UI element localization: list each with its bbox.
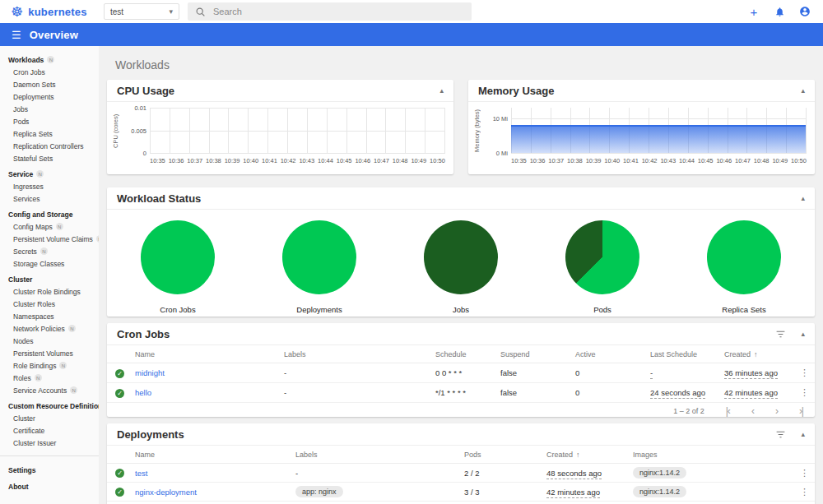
sidebar-item[interactable] — [0, 455, 99, 456]
pie-chart[interactable] — [424, 220, 498, 294]
collapse-icon[interactable]: ▴ — [801, 86, 805, 95]
sidebar-item[interactable]: Stateful Sets — [0, 152, 99, 164]
column-header-pods: Pods — [464, 451, 546, 459]
brand-logo[interactable]: ☸ kubernetes — [0, 5, 99, 19]
sidebar-item[interactable]: Replication Controllers — [0, 140, 99, 152]
sidebar-item-label: Certificate — [13, 427, 44, 435]
column-header-schedule: Schedule — [435, 350, 500, 358]
sidebar-item[interactable]: Storage Classes — [0, 257, 99, 270]
header-actions: + — [747, 5, 823, 18]
search-input[interactable] — [213, 7, 464, 16]
resource-name-link[interactable]: test — [135, 469, 295, 478]
namespaced-badge: N — [68, 325, 76, 332]
usage-charts-row: CPU Usage ▴ CPU (cores) 0.010.0050 10:35… — [107, 80, 815, 174]
workload-status-body: Cron Jobs Deployments Jobs Pods — [107, 210, 815, 314]
sidebar-item[interactable]: Replica Sets — [0, 127, 99, 140]
sidebar-item[interactable]: Services — [0, 192, 99, 205]
sidebar-item[interactable]: Cluster Role Bindings — [0, 285, 99, 298]
collapse-icon[interactable]: ▴ — [801, 430, 805, 438]
column-header-created[interactable]: Created ↑ — [546, 451, 633, 459]
last-page-button[interactable]: ›| — [799, 406, 803, 416]
sidebar-item[interactable]: Settings — [0, 462, 99, 479]
memory-plot-area[interactable] — [511, 108, 807, 154]
card-title: CPU Usage — [117, 85, 174, 97]
create-resource-button[interactable]: + — [747, 5, 760, 18]
sidebar-item[interactable]: Jobs — [0, 103, 99, 115]
pie-chart[interactable] — [141, 220, 215, 294]
sidebar-item[interactable]: Daemon Sets — [0, 78, 99, 90]
x-tick-label: 10:42 — [642, 157, 658, 164]
account-button[interactable] — [798, 5, 811, 18]
row-menu-button[interactable]: ⋮ — [800, 487, 809, 497]
sidebar-item[interactable]: Persistent Volume Claims N — [0, 233, 99, 245]
sidebar-item[interactable]: Namespaces — [0, 310, 99, 322]
column-header-created[interactable]: Created ↑ — [724, 350, 800, 358]
pie-chart[interactable] — [707, 220, 781, 294]
resource-name-link[interactable]: hello — [135, 388, 284, 397]
first-page-button[interactable]: |‹ — [726, 406, 730, 416]
sidebar-item[interactable]: Workloads N — [0, 53, 99, 66]
namespace-select[interactable]: test ▾ — [104, 3, 179, 20]
sidebar-item[interactable]: Nodes — [0, 335, 99, 347]
pie-chart[interactable] — [282, 220, 356, 294]
previous-page-button[interactable]: ‹ — [751, 406, 754, 416]
collapse-icon[interactable]: ▴ — [439, 86, 444, 95]
x-tick-label: 10:40 — [604, 157, 620, 164]
sidebar-item[interactable]: Cron Jobs — [0, 66, 99, 78]
sidebar-item[interactable]: Custom Resource Definitions — [0, 400, 99, 412]
sidebar-item-label: Stateful Sets — [13, 155, 53, 163]
sidebar-item[interactable]: About — [0, 479, 99, 495]
sidebar-item[interactable]: Deployments — [0, 90, 99, 103]
namespaced-badge: N — [59, 362, 67, 369]
search-bar[interactable] — [188, 2, 472, 21]
sidebar-item[interactable]: Cluster Issuer — [0, 437, 99, 449]
sidebar-item-label: Custom Resource Definitions — [8, 402, 99, 410]
sidebar-item[interactable]: Pods — [0, 115, 99, 127]
deployments-header: Deployments ▴ — [107, 423, 815, 446]
collapse-icon[interactable]: ▴ — [801, 194, 805, 202]
sidebar-item[interactable]: Cluster — [0, 273, 99, 285]
filter-icon[interactable] — [775, 430, 786, 439]
x-axis-ticks: 10:3510:3610:3710:3810:3910:4010:4110:42… — [511, 157, 807, 164]
sidebar-item[interactable]: Ingresses — [0, 180, 99, 192]
row-menu-button[interactable]: ⋮ — [800, 468, 809, 479]
sidebar-item[interactable]: Secrets N — [0, 245, 99, 257]
row-menu-button[interactable]: ⋮ — [800, 387, 809, 398]
row-menu-button[interactable]: ⋮ — [800, 368, 809, 378]
sidebar-item[interactable]: Service N — [0, 168, 99, 180]
sidebar-item[interactable]: Role Bindings N — [0, 359, 99, 372]
column-header-last-schedule: Last Schedule — [650, 350, 724, 358]
column-header-name[interactable]: Name — [135, 350, 284, 358]
cell-created: 42 minutes ago — [724, 388, 778, 399]
cpu-card-header: CPU Usage ▴ — [107, 80, 453, 102]
sidebar-item[interactable]: Service Accounts N — [0, 384, 99, 396]
cron-jobs-card: Cron Jobs ▴ Name Labels Schedule Suspend… — [107, 323, 815, 417]
namespaced-badge: N — [35, 374, 42, 381]
pie-chart[interactable] — [565, 220, 639, 294]
notifications-button[interactable] — [773, 5, 786, 18]
sidebar-item[interactable]: Certificate — [0, 424, 99, 437]
collapse-icon[interactable]: ▴ — [801, 330, 805, 338]
menu-icon[interactable]: ☰ — [0, 29, 30, 41]
x-tick-label: 10:41 — [623, 157, 639, 164]
sidebar-item[interactable]: Network Policies N — [0, 322, 99, 335]
card-title: Deployments — [117, 428, 184, 441]
resource-name-link[interactable]: nginx-deployment — [135, 488, 295, 497]
x-tick-label: 10:40 — [243, 157, 258, 164]
sidebar-item[interactable]: Config and Storage — [0, 208, 99, 220]
sidebar-item[interactable]: Config Maps N — [0, 220, 99, 233]
toolbar-title: Overview — [30, 29, 78, 41]
sidebar-item[interactable]: Cluster — [0, 412, 99, 424]
cpu-plot-area[interactable] — [150, 108, 445, 154]
sidebar-item[interactable]: Roles N — [0, 372, 99, 384]
y-axis-ticks: 10 Mi0 Mi — [482, 104, 511, 157]
sidebar-item[interactable]: Cluster Roles — [0, 298, 99, 310]
column-header-name[interactable]: Name — [135, 451, 295, 459]
filter-icon[interactable] — [775, 330, 786, 339]
sidebar-item-label: Cluster Roles — [13, 300, 55, 308]
next-page-button[interactable]: › — [775, 406, 778, 416]
sidebar-item[interactable]: Persistent Volumes — [0, 347, 99, 359]
resource-name-link[interactable]: midnight — [135, 368, 284, 377]
sidebar-item-label: Persistent Volumes — [13, 349, 73, 358]
sidebar-item-label: Cluster — [8, 275, 32, 284]
